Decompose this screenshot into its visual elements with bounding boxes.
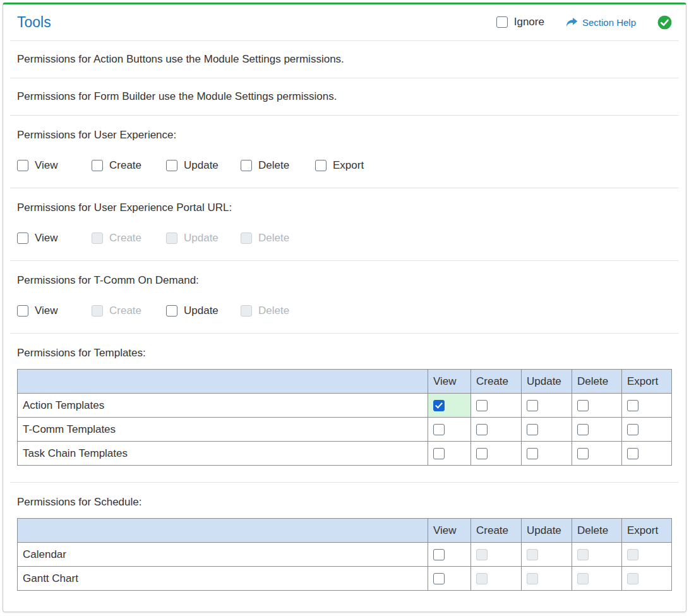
update-cell[interactable] [527,400,566,411]
create-cell[interactable] [476,448,516,459]
permission-checkbox[interactable] [527,400,538,411]
heading-templates: Permissions for Templates: [3,334,686,360]
view-cell[interactable] [433,424,465,435]
view-label: View [35,232,58,245]
update-option[interactable]: Update [166,159,241,172]
row-label: Task Chain Templates [18,442,428,466]
update-label: Update [184,159,219,172]
delete-checkbox [241,233,252,244]
column-header-export: Export [622,370,672,394]
forward-arrow-icon [566,18,578,27]
heading-schedule: Permissions for Schedule: [3,483,686,509]
column-header-create: Create [471,370,522,394]
row-label: Action Templates [18,394,428,418]
permission-checkbox[interactable] [527,448,538,459]
permission-checkbox [627,549,638,560]
header-actions: Ignore Section Help [496,15,672,30]
update-checkbox[interactable] [166,305,177,317]
permission-checkbox[interactable] [627,448,638,459]
ignore-label: Ignore [514,16,544,28]
table-header-row: View Create Update Delete Export [18,370,672,394]
export-checkbox[interactable] [315,160,327,171]
table-row: Action Templates [18,394,672,418]
view-cell[interactable] [433,448,465,459]
section-complete-icon [657,15,672,30]
permission-checkbox [476,549,488,560]
update-checkbox [166,233,177,244]
ignore-checkbox[interactable] [496,16,508,28]
view-option[interactable]: View [17,305,92,317]
permission-checkbox[interactable] [476,448,488,459]
create-label: Create [109,305,141,317]
permission-checkbox[interactable] [577,400,589,411]
permission-checkbox [527,549,538,560]
create-cell[interactable] [476,400,516,411]
update-cell[interactable] [527,448,566,459]
export-cell[interactable] [627,400,666,411]
permission-checkbox[interactable] [433,573,445,584]
column-header-delete: Delete [572,519,622,543]
permission-checkbox[interactable] [527,424,538,435]
permission-checkbox[interactable] [433,549,445,560]
delete-cell[interactable] [577,400,616,411]
permission-checkbox[interactable] [627,424,638,435]
view-option[interactable]: View [17,159,92,172]
panel-header: Tools Ignore Section Help [3,4,686,40]
delete-option[interactable]: Delete [241,159,315,172]
templates-permissions-table: View Create Update Delete Export Action … [17,369,672,466]
update-checkbox[interactable] [166,160,177,171]
create-cell [476,549,516,560]
export-cell[interactable] [627,424,666,435]
view-cell[interactable] [433,549,465,560]
view-label: View [35,159,58,172]
delete-option: Delete [241,232,315,245]
permission-checkbox[interactable] [476,400,488,411]
section-help-label: Section Help [582,17,636,28]
update-option[interactable]: Update [166,305,241,317]
heading-user-experience: Permissions for User Experience: [3,116,686,142]
create-checkbox[interactable] [92,160,103,171]
update-label: Update [184,232,219,245]
permission-checkbox[interactable] [577,448,589,459]
export-option[interactable]: Export [315,159,390,172]
tcomm-on-demand-permissions: View Create Update Delete [3,287,686,333]
permission-checkbox[interactable] [433,448,445,459]
create-cell[interactable] [476,424,516,435]
table-row: Gantt Chart [18,567,672,591]
delete-label: Delete [258,159,289,172]
permission-checkbox[interactable] [577,424,589,435]
update-cell[interactable] [527,424,566,435]
permission-checkbox[interactable] [433,400,445,411]
create-option[interactable]: Create [92,159,166,172]
update-label: Update [184,305,219,317]
permission-checkbox[interactable] [627,400,638,411]
row-label: Calendar [18,543,428,567]
view-cell[interactable] [433,400,465,411]
section-help-link[interactable]: Section Help [566,17,636,28]
ignore-control[interactable]: Ignore [496,16,544,28]
view-checkbox[interactable] [17,160,28,171]
create-option: Create [92,305,166,317]
permission-checkbox[interactable] [433,424,445,435]
view-checkbox[interactable] [17,233,28,244]
delete-cell[interactable] [577,448,616,459]
table-row: T-Comm Templates [18,418,672,442]
view-option[interactable]: View [17,232,92,245]
export-cell[interactable] [627,448,666,459]
delete-cell [577,573,616,584]
create-checkbox [92,233,103,244]
column-header-update: Update [522,519,572,543]
permission-checkbox [627,573,638,584]
delete-checkbox[interactable] [241,160,252,171]
delete-cell[interactable] [577,424,616,435]
column-header-view: View [428,519,471,543]
row-label: Gantt Chart [18,567,428,591]
column-header-view: View [428,370,471,394]
tools-section-panel: Tools Ignore Section Help Permissions fo… [3,3,686,612]
view-checkbox[interactable] [17,305,28,317]
permission-checkbox[interactable] [476,424,488,435]
view-cell[interactable] [433,573,465,584]
permission-checkbox [476,573,488,584]
heading-portal-url: Permissions for User Experience Portal U… [3,188,686,215]
schedule-permissions-table: View Create Update Delete Export Calenda… [17,518,672,591]
